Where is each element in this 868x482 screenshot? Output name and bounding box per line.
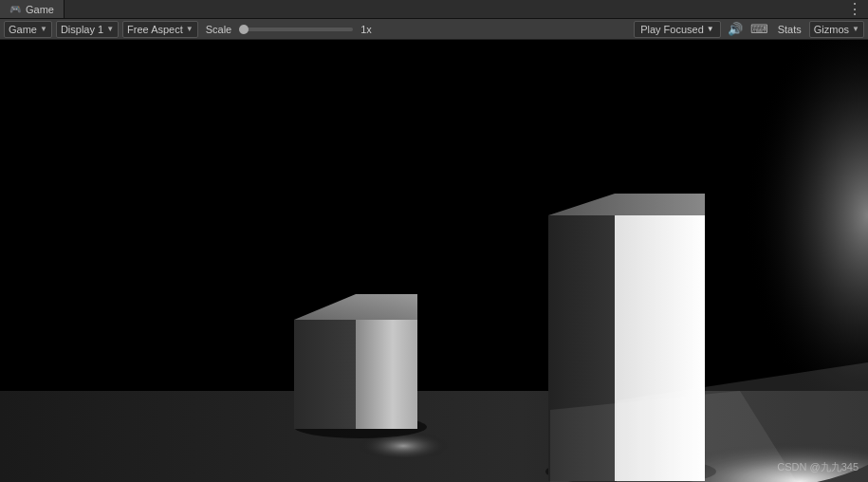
game-tab-label: Game <box>26 4 54 15</box>
game-tab-icon: 🎮 <box>9 4 21 14</box>
game-dropdown-arrow: ▼ <box>40 25 47 33</box>
svg-marker-7 <box>294 320 356 429</box>
play-focused-arrow: ▼ <box>707 25 714 33</box>
display-dropdown-arrow: ▼ <box>106 25 114 33</box>
watermark: CSDN @九九345 <box>777 460 859 474</box>
keyboard-icon: ⌨ <box>750 22 768 36</box>
stats-label: Stats <box>778 24 802 35</box>
scale-label: Scale <box>206 24 232 35</box>
scale-slider-thumb <box>239 25 249 34</box>
aspect-dropdown-label: Free Aspect <box>127 24 183 35</box>
audio-button[interactable]: 🔊 <box>725 21 746 38</box>
scale-slider[interactable] <box>239 28 353 31</box>
scale-value: 1x <box>360 24 372 35</box>
tab-menu-button[interactable]: ⋮ <box>841 0 868 18</box>
game-tab[interactable]: 🎮 Game <box>0 0 65 18</box>
gizmos-dropdown[interactable]: Gizmos ▼ <box>809 21 864 38</box>
display-dropdown-label: Display 1 <box>61 24 103 35</box>
stats-button[interactable]: Stats <box>774 21 805 38</box>
game-dropdown[interactable]: Game ▼ <box>4 21 52 38</box>
svg-rect-14 <box>664 40 868 391</box>
watermark-text: CSDN @九九345 <box>777 461 859 473</box>
audio-icon: 🔊 <box>728 22 743 36</box>
tab-bar: 🎮 Game ⋮ <box>0 0 868 19</box>
play-focused-label: Play Focused <box>640 24 704 35</box>
play-focused-button[interactable]: Play Focused ▼ <box>634 21 721 38</box>
scene-svg <box>0 40 868 482</box>
gizmos-dropdown-arrow: ▼ <box>852 25 859 33</box>
game-dropdown-label: Game <box>9 24 37 35</box>
display-dropdown[interactable]: Display 1 ▼ <box>56 21 119 38</box>
aspect-dropdown-arrow: ▼ <box>186 25 194 33</box>
toolbar: Game ▼ Display 1 ▼ Free Aspect ▼ Scale 1… <box>0 19 868 40</box>
aspect-dropdown[interactable]: Free Aspect ▼ <box>122 21 198 38</box>
gizmos-label: Gizmos <box>814 24 849 35</box>
game-viewport[interactable]: CSDN @九九345 <box>0 40 868 482</box>
svg-marker-8 <box>356 320 417 429</box>
keyboard-button[interactable]: ⌨ <box>749 21 770 38</box>
